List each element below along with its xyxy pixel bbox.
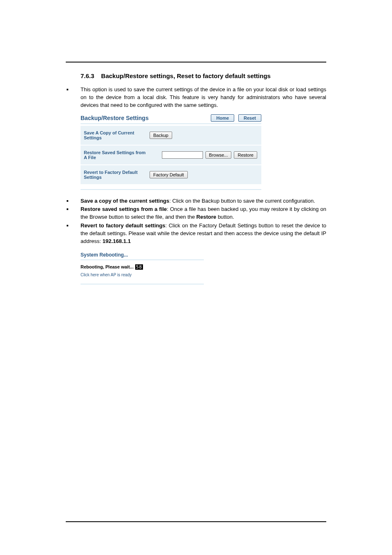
restore-button[interactable]: Restore	[234, 151, 257, 159]
section-heading: 7.6.3 Backup/Restore settings, Reset to …	[81, 72, 326, 79]
bottom-rule	[66, 521, 326, 522]
section-title-text: Backup/Restore settings, Reset to factor…	[101, 72, 271, 79]
bullet-revert-label: Revert to factory default settings	[81, 222, 165, 229]
bullet-revert: Revert to factory default settings: Clic…	[66, 222, 326, 245]
bullet-restore: Restore saved settings from a file: Once…	[66, 206, 326, 221]
factory-default-button[interactable]: Factory Default	[150, 171, 188, 178]
browse-button[interactable]: Browse...	[205, 151, 232, 159]
backup-button[interactable]: Backup	[150, 132, 172, 139]
panel-footer-line	[81, 189, 261, 190]
bullet-save-copy: Save a copy of the current settings: Cli…	[66, 197, 326, 205]
backup-restore-panel: Backup/Restore Settings Home Reset Save …	[81, 114, 261, 190]
bullet-restore-bold: Restore	[196, 214, 216, 220]
reboot-title: System Rebooting...	[81, 252, 204, 260]
bullet-save-text: : Click on the Backup button to save the…	[169, 198, 315, 204]
restore-file-field[interactable]	[162, 151, 203, 159]
reboot-line: Rebooting, Please wait... 58	[81, 264, 204, 270]
panel-label-save: Save A Copy of Current Settings	[81, 130, 150, 140]
panel-title: Backup/Restore Settings	[81, 115, 149, 121]
panel-row-restore: Restore Saved Settings from A File Brows…	[81, 146, 261, 165]
panel-row-save: Save A Copy of Current Settings Backup	[81, 126, 261, 146]
home-button[interactable]: Home	[211, 114, 234, 122]
reboot-ready-link[interactable]: Click here when AP is ready	[81, 273, 131, 277]
bullet-restore-label: Restore saved settings from a file	[81, 206, 167, 212]
reboot-line-text: Rebooting, Please wait...	[81, 264, 134, 269]
intro-bullet: This option is used to save the current …	[66, 86, 326, 109]
panel-label-revert: Revert to Factory Default Settings	[81, 170, 150, 180]
reboot-panel: System Rebooting... Rebooting, Please wa…	[81, 252, 204, 284]
bullet-revert-ip: 192.168.1.1	[102, 238, 131, 244]
panel-label-restore: Restore Saved Settings from A File	[81, 150, 150, 160]
panel-row-revert: Revert to Factory Default Settings Facto…	[81, 165, 261, 185]
panel-header: Backup/Restore Settings Home Reset	[81, 114, 261, 124]
bullet-restore-text-c: button.	[216, 214, 234, 220]
reboot-counter: 58	[135, 264, 143, 270]
bullet-save-label: Save a copy of the current settings	[81, 198, 169, 204]
top-rule	[66, 62, 326, 62]
section-number: 7.6.3	[81, 72, 94, 79]
reset-button[interactable]: Reset	[238, 114, 261, 122]
reboot-footer-line	[81, 284, 204, 284]
